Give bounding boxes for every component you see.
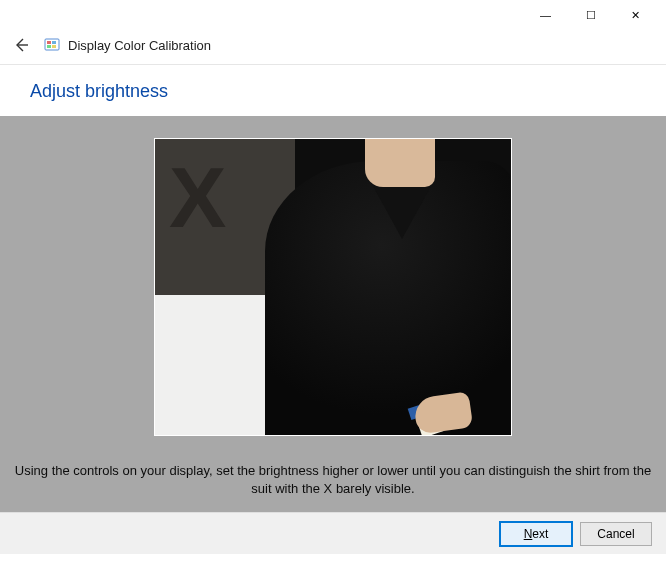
next-rest: ext <box>532 527 548 541</box>
brightness-stage: X Using the controls on your display, se… <box>0 116 666 512</box>
sample-x-letter: X <box>169 167 226 227</box>
header-bar: Display Color Calibration <box>0 30 666 65</box>
back-arrow-icon[interactable] <box>10 34 32 56</box>
sample-white-panel <box>155 295 273 435</box>
sample-image: X <box>154 138 512 436</box>
svg-rect-2 <box>47 41 51 44</box>
svg-rect-3 <box>52 41 56 44</box>
page-heading-area: Adjust brightness <box>0 65 666 116</box>
next-button[interactable]: Next <box>500 522 572 546</box>
app-title: Display Color Calibration <box>68 38 211 53</box>
cancel-button[interactable]: Cancel <box>580 522 652 546</box>
svg-rect-5 <box>52 45 56 48</box>
sample-neck <box>365 139 435 187</box>
svg-rect-4 <box>47 45 51 48</box>
instruction-caption: Using the controls on your display, set … <box>0 462 666 498</box>
app-icon <box>44 37 60 53</box>
window-titlebar: — ☐ ✕ <box>0 0 666 30</box>
page-heading: Adjust brightness <box>30 81 636 102</box>
footer-bar: Next Cancel <box>0 512 666 554</box>
close-button[interactable]: ✕ <box>613 1 658 29</box>
svg-rect-1 <box>45 39 59 50</box>
minimize-button[interactable]: — <box>523 1 568 29</box>
maximize-button[interactable]: ☐ <box>568 1 613 29</box>
